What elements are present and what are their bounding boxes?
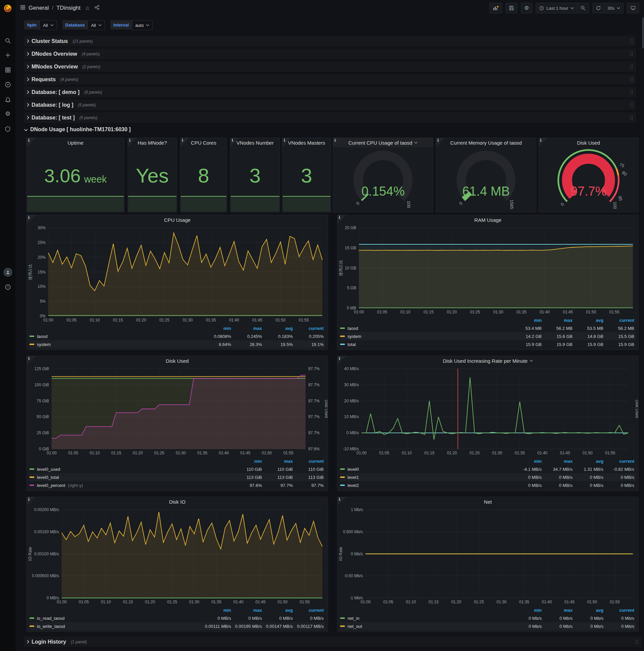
- legend-header-current[interactable]: current: [605, 608, 636, 613]
- panel-title-ram[interactable]: RAM Usage: [337, 215, 638, 224]
- create-plus-icon[interactable]: [0, 49, 15, 61]
- gauge-mem[interactable]: 0158561.4 MB: [436, 148, 536, 212]
- panel-info-icon[interactable]: i: [181, 138, 189, 147]
- legend-header-avg[interactable]: avg: [574, 608, 605, 613]
- cpu-chart[interactable]: 0%5%10%15%20%25%30%01:0001:0501:1001:150…: [27, 224, 328, 323]
- row-drag-handle[interactable]: [630, 39, 633, 43]
- panel-info-icon[interactable]: i: [337, 356, 346, 365]
- legend-header-avg[interactable]: avg: [263, 326, 294, 331]
- ram-chart[interactable]: 0 MB5 GB10 GB15 GB20 GB01:0001:0501:1001…: [337, 224, 638, 315]
- legend-header-max[interactable]: max: [263, 459, 294, 464]
- user-avatar[interactable]: [0, 267, 15, 278]
- legend-header-min[interactable]: min: [201, 608, 232, 613]
- panel-title-rate[interactable]: Disk Used Increasing Rate per Minute: [337, 356, 638, 366]
- panel-info-icon[interactable]: i: [539, 138, 547, 147]
- legend-header-max[interactable]: max: [543, 608, 574, 613]
- legend-series-io-write-taosd[interactable]: io_write_taosd: [30, 624, 201, 629]
- io-chart[interactable]: 0 MB/s0.000500 MB/s0.00100 MB/s0.00150 M…: [27, 506, 328, 606]
- help-icon[interactable]: ?: [0, 281, 15, 292]
- row-drag-handle[interactable]: [630, 102, 633, 107]
- cycle-view-mode-button[interactable]: [627, 3, 639, 13]
- row-drag-handle[interactable]: [630, 51, 633, 56]
- breadcrumb-section[interactable]: General: [29, 5, 49, 11]
- rate-chart[interactable]: -10 MB/s0 MB/s10 MB/s20 MB/s30 MB/s40 MB…: [337, 366, 638, 456]
- row-database-demo[interactable]: Database: [ demo ](5 panels): [24, 87, 636, 97]
- panel-info-icon[interactable]: i: [282, 138, 291, 147]
- legend-series-level0[interactable]: level0: [340, 467, 512, 472]
- gauge-disk[interactable]: 075809510097.7%: [539, 148, 638, 212]
- favorite-star-icon[interactable]: ☆: [85, 5, 90, 11]
- legend-series-net-out[interactable]: net_out: [340, 624, 512, 629]
- variable-value-database[interactable]: All: [88, 20, 105, 30]
- dashboard-settings-button[interactable]: ⚙: [521, 3, 532, 13]
- panel-title-disk[interactable]: Disk Used: [27, 356, 328, 366]
- row-drag-handle[interactable]: [630, 90, 633, 95]
- variable-value-fqdn[interactable]: All: [40, 20, 57, 30]
- legend-header-current[interactable]: current: [294, 326, 325, 331]
- legend-header-current[interactable]: current: [605, 318, 636, 323]
- panel-title-gauge-mem[interactable]: Current Memory Usage of taosd: [436, 138, 536, 147]
- panel-info-icon[interactable]: i: [128, 138, 136, 147]
- panel-info-icon[interactable]: i: [337, 497, 346, 506]
- panel-info-icon[interactable]: i: [337, 215, 346, 224]
- legend-series-total[interactable]: total: [340, 342, 512, 347]
- row-drag-handle[interactable]: [630, 115, 633, 120]
- panel-title-cpu[interactable]: CPU Usage: [27, 215, 328, 224]
- legend-header-max[interactable]: max: [543, 459, 574, 464]
- legend-series-level0-used[interactable]: level0_used: [30, 467, 232, 472]
- legend-header-min[interactable]: min: [232, 459, 263, 464]
- legend-header-min[interactable]: min: [201, 326, 232, 331]
- row-dnode-usage[interactable]: DNode Usage [ huolinhe-TM1701:6030 ]: [24, 126, 131, 132]
- legend-series-system[interactable]: system: [340, 334, 512, 339]
- panel-info-icon[interactable]: i: [333, 138, 342, 147]
- panel-info-icon[interactable]: i: [27, 497, 36, 506]
- legend-series-level0-percent[interactable]: level0_percent (right-y): [30, 483, 232, 488]
- row-requests[interactable]: Requests(4 panels): [24, 74, 636, 85]
- configuration-gear-icon[interactable]: ⚙: [0, 108, 15, 120]
- gauge-cpu[interactable]: 01000.154%: [333, 148, 433, 212]
- legend-series-io-read-taosd[interactable]: io_read_taosd: [30, 616, 201, 621]
- legend-series-system[interactable]: system: [30, 342, 201, 347]
- legend-series-taosd[interactable]: taosd: [30, 334, 201, 339]
- panel-info-icon[interactable]: i: [230, 138, 239, 147]
- legend-header-avg[interactable]: avg: [263, 608, 294, 613]
- row-drag-handle[interactable]: [630, 64, 633, 69]
- legend-header-min[interactable]: min: [512, 318, 543, 323]
- legend-header-avg[interactable]: avg: [574, 459, 605, 464]
- row-login-history[interactable]: Login History (1 panel): [24, 637, 641, 647]
- refresh-button[interactable]: [592, 3, 604, 13]
- dashboards-icon[interactable]: [0, 64, 15, 75]
- save-dashboard-button[interactable]: [506, 3, 518, 13]
- explore-compass-icon[interactable]: [0, 79, 15, 90]
- variable-label-fqdn[interactable]: fqdn: [24, 20, 40, 30]
- row-drag-handle[interactable]: [635, 639, 639, 644]
- row-drag-handle[interactable]: [630, 77, 633, 82]
- legend-header-current[interactable]: current: [294, 608, 325, 613]
- panel-title-io[interactable]: Disk IO: [27, 497, 328, 506]
- row-cluster-status[interactable]: Cluster Status(21 panels): [24, 36, 636, 46]
- legend-series-level2[interactable]: level2: [340, 483, 512, 488]
- legend-header-current[interactable]: current: [605, 459, 636, 464]
- row-mnodes-overview[interactable]: MNodes Overview(2 panels): [24, 61, 636, 72]
- alerting-bell-icon[interactable]: [0, 94, 15, 105]
- legend-header-min[interactable]: min: [512, 459, 543, 464]
- panel-info-icon[interactable]: i: [27, 138, 36, 147]
- legend-header-max[interactable]: max: [543, 318, 574, 323]
- admin-shield-icon[interactable]: [0, 123, 15, 134]
- panel-title-net[interactable]: Net: [337, 497, 638, 506]
- row-dnodes-overview[interactable]: DNodes Overview(4 panels): [24, 49, 636, 59]
- share-icon[interactable]: [94, 5, 100, 12]
- variable-label-interval[interactable]: Interval: [110, 20, 132, 30]
- disk-chart[interactable]: 0 GiB97.6%25 GiB97.7%50 GiB97.7%75 GiB97…: [27, 366, 328, 456]
- legend-series-level0-total[interactable]: level0_total: [30, 475, 232, 480]
- legend-series-level1[interactable]: level1: [340, 475, 512, 480]
- legend-series-net-in[interactable]: net_in: [340, 616, 512, 621]
- panel-title-gauge-cpu[interactable]: Current CPU Usage of taosd: [333, 138, 433, 147]
- variable-label-database[interactable]: Database: [62, 20, 88, 30]
- breadcrumb-title[interactable]: TDinsight: [56, 5, 80, 11]
- variable-value-interval[interactable]: auto: [132, 20, 153, 30]
- net-chart[interactable]: -1 Mb/s-0.50 Mb/s0 Mb/s0.500 Mb/s1 Mb/s0…: [337, 506, 638, 606]
- time-range-picker[interactable]: Last 1 hour: [536, 3, 577, 13]
- panel-title-gauge-disk[interactable]: Disk Used: [539, 138, 638, 147]
- legend-header-current[interactable]: current: [294, 459, 325, 464]
